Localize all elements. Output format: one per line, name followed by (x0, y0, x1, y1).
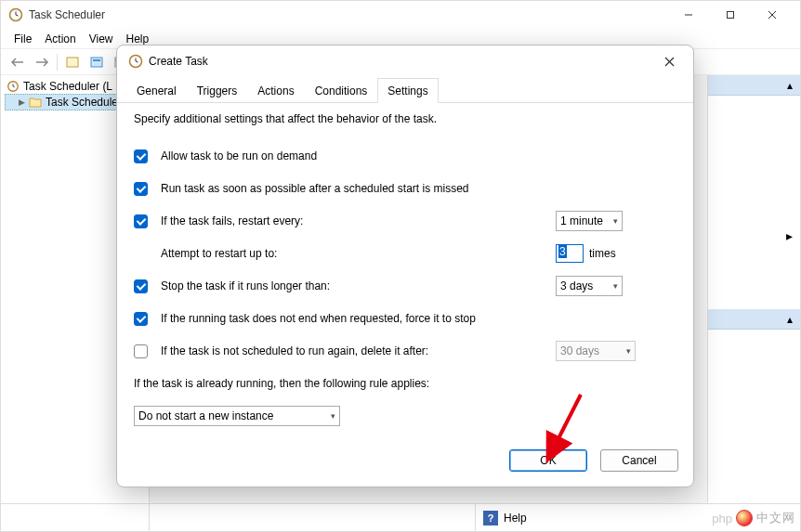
combo-delete-duration: 30 days ▾ (556, 341, 636, 361)
svg-rect-9 (91, 58, 102, 67)
checkbox-stop-longer[interactable] (134, 279, 148, 293)
combo-restart-interval-value: 1 minute (560, 214, 603, 227)
dialog-icon (128, 54, 143, 69)
input-attempt-value: 3 (558, 245, 567, 258)
svg-rect-10 (93, 59, 100, 61)
cancel-button[interactable]: Cancel (600, 449, 678, 472)
chevron-up-icon: ▴ (787, 313, 793, 326)
opt-run-asap: Run task as soon as possible after a sch… (134, 178, 676, 199)
folder-icon (29, 97, 42, 108)
opt-force-stop: If the running task does not end when re… (134, 308, 676, 329)
status-bar: ? Help (1, 503, 800, 531)
opt-rule-combo: Do not start a new instance ▾ (134, 406, 676, 426)
back-button[interactable] (7, 52, 29, 72)
menu-view[interactable]: View (84, 31, 119, 47)
opt-stop-longer: Stop the task if it runs longer than: 3 … (134, 276, 676, 296)
watermark-logo-icon (736, 510, 753, 526)
label-rule: If the task is already running, then the… (134, 377, 429, 390)
clock-icon (7, 80, 20, 93)
tab-settings[interactable]: Settings (377, 78, 438, 103)
combo-restart-interval[interactable]: 1 minute ▾ (556, 211, 623, 231)
app-icon (8, 7, 23, 22)
label-restart: If the task fails, restart every: (161, 214, 303, 227)
chevron-down-icon: ▾ (613, 216, 618, 226)
status-mid (150, 504, 475, 531)
opt-attempt: Attempt to restart up to: 3 times (134, 243, 676, 264)
tab-conditions[interactable]: Conditions (305, 78, 378, 103)
tab-strip: General Triggers Actions Conditions Sett… (117, 77, 693, 103)
dialog-close-button[interactable] (656, 48, 682, 74)
label-attempt-suffix: times (589, 247, 616, 260)
settings-description: Specify additional settings that affect … (134, 112, 676, 125)
expand-arrow-icon[interactable]: ▸ (786, 228, 793, 243)
input-attempt-count[interactable]: 3 (556, 244, 584, 263)
chevron-up-icon: ▴ (787, 79, 793, 92)
combo-running-rule[interactable]: Do not start a new instance ▾ (134, 406, 340, 426)
action-panel: ▴ ▸ ▴ (707, 75, 800, 503)
label-attempt: Attempt to restart up to: (161, 247, 277, 260)
forward-button[interactable] (31, 52, 53, 72)
tb-btn-1[interactable] (61, 52, 84, 72)
svg-rect-5 (727, 12, 733, 19)
minimize-button[interactable] (667, 2, 709, 29)
watermark: php 中文网 (712, 510, 795, 526)
menu-file[interactable]: File (8, 31, 37, 47)
combo-running-rule-value: Do not start a new instance (138, 409, 273, 422)
tb-btn-2[interactable] (85, 52, 108, 72)
status-left (1, 504, 150, 531)
checkbox-force-stop[interactable] (134, 312, 148, 326)
close-button[interactable] (751, 2, 793, 29)
help-icon: ? (483, 511, 498, 526)
chevron-down-icon: ▾ (626, 346, 631, 356)
action-header-2[interactable]: ▴ (708, 309, 800, 330)
cancel-label: Cancel (622, 454, 656, 467)
watermark-text: 中文网 (756, 510, 795, 526)
label-run-asap: Run task as soon as possible after a sch… (161, 182, 469, 195)
combo-stop-duration-value: 3 days (560, 279, 593, 292)
create-task-dialog: Create Task General Triggers Actions Con… (116, 45, 694, 487)
window-controls (667, 2, 793, 29)
chevron-down-icon: ▾ (613, 281, 618, 291)
tab-actions[interactable]: Actions (247, 78, 304, 103)
checkbox-delete-after[interactable] (134, 344, 148, 358)
tree-child-label: Task Schedule (46, 96, 118, 109)
tab-general[interactable]: General (126, 78, 187, 103)
dialog-footer: OK Cancel (117, 438, 693, 487)
ok-button[interactable]: OK (509, 449, 587, 472)
dialog-body: Specify additional settings that affect … (117, 103, 693, 438)
chevron-right-icon: ▶ (19, 97, 25, 107)
label-delete-after: If the task is not scheduled to run agai… (161, 344, 428, 357)
label-stop-longer: Stop the task if it runs longer than: (161, 279, 330, 292)
label-allow-demand: Allow task to be run on demand (161, 149, 317, 162)
main-title: Task Scheduler (29, 8, 667, 21)
main-title-bar: Task Scheduler (1, 1, 800, 29)
combo-delete-duration-value: 30 days (560, 344, 599, 357)
label-force-stop: If the running task does not end when re… (161, 312, 476, 325)
svg-rect-8 (67, 58, 78, 67)
opt-rule-label: If the task is already running, then the… (134, 373, 676, 394)
toolbar-separator (57, 54, 58, 71)
dialog-title-bar: Create Task (117, 45, 693, 77)
opt-allow-demand: Allow task to be run on demand (134, 146, 676, 166)
opt-delete-after: If the task is not scheduled to run agai… (134, 341, 676, 361)
tab-triggers[interactable]: Triggers (187, 78, 248, 103)
combo-stop-duration[interactable]: 3 days ▾ (556, 276, 623, 296)
checkbox-allow-demand[interactable] (134, 149, 148, 163)
menu-action[interactable]: Action (39, 31, 81, 47)
chevron-down-icon: ▾ (331, 411, 335, 421)
status-help-label: Help (504, 512, 527, 525)
checkbox-restart[interactable] (134, 214, 148, 228)
checkbox-run-asap[interactable] (134, 182, 148, 196)
opt-restart: If the task fails, restart every: 1 minu… (134, 211, 676, 231)
maximize-button[interactable] (709, 2, 751, 29)
tree-root-label: Task Scheduler (L (23, 80, 112, 93)
ok-label: OK (540, 454, 556, 467)
action-header-1[interactable]: ▴ (708, 75, 800, 96)
dialog-title: Create Task (149, 55, 656, 68)
